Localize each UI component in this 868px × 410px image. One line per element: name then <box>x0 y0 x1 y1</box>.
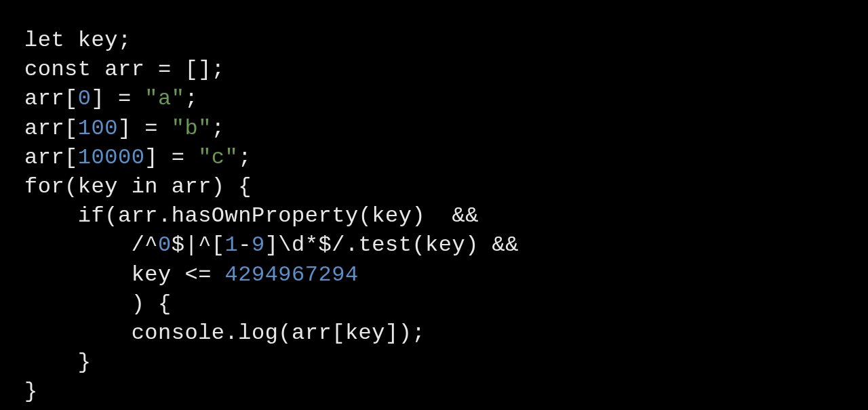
code-line: } <box>24 350 92 375</box>
code-line: key <= 4294967294 <box>24 262 359 287</box>
code-line: let key; <box>24 28 132 53</box>
code-line: console.log(arr[key]); <box>24 321 425 346</box>
code-line: arr[100] = "b"; <box>24 116 225 141</box>
code-line: arr[0] = "a"; <box>24 86 198 111</box>
code-line: const arr = []; <box>24 57 225 82</box>
code-block: let key; const arr = []; arr[0] = "a"; a… <box>24 26 844 406</box>
code-line: /^0$|^[1-9]\d*$/.test(key) && <box>24 232 519 258</box>
code-line: if(arr.hasOwnProperty(key) && <box>24 203 479 228</box>
code-line: } <box>24 379 38 404</box>
code-line: arr[10000] = "c"; <box>24 145 252 170</box>
code-line: for(key in arr) { <box>24 174 252 199</box>
code-line: ) { <box>24 291 172 316</box>
